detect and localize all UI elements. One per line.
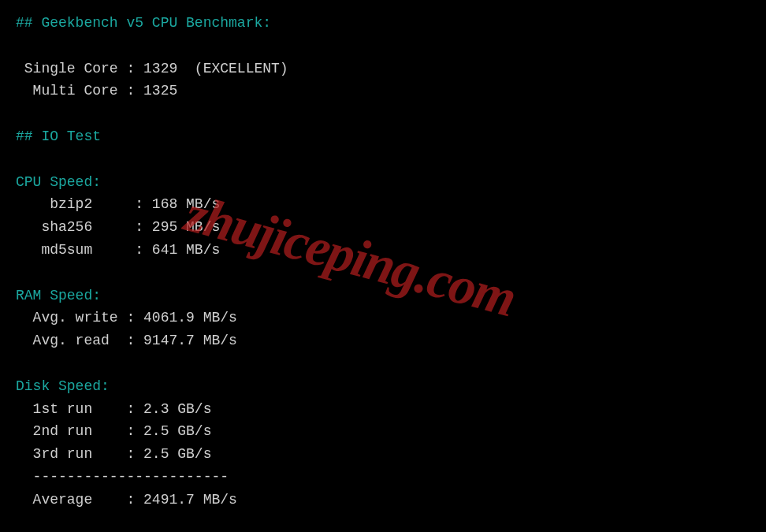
- multi-core-line: Multi Core : 1325: [16, 83, 177, 99]
- md5sum-line: md5sum : 641 MB/s: [16, 242, 220, 258]
- disk-run1-line: 1st run : 2.3 GB/s: [16, 401, 211, 417]
- geekbench-heading: ## Geekbench v5 CPU Benchmark:: [16, 15, 271, 31]
- disk-run3-line: 3rd run : 2.5 GB/s: [16, 446, 211, 462]
- ram-read-line: Avg. read : 9147.7 MB/s: [16, 333, 237, 348]
- sha256-line: sha256 : 295 MB/s: [16, 219, 220, 235]
- ram-speed-heading: RAM Speed:: [16, 288, 101, 303]
- single-core-line: Single Core : 1329 (EXCELLENT): [16, 61, 288, 76]
- bzip2-line: bzip2 : 168 MB/s: [16, 196, 220, 212]
- disk-average-line: Average : 2491.7 MB/s: [16, 492, 237, 508]
- iotest-heading: ## IO Test: [16, 128, 101, 144]
- terminal-output: ## Geekbench v5 CPU Benchmark: Single Co…: [16, 12, 750, 512]
- disk-run2-line: 2nd run : 2.5 GB/s: [16, 423, 211, 439]
- disk-divider-line: -----------------------: [16, 469, 229, 485]
- cpu-speed-heading: CPU Speed:: [16, 174, 101, 190]
- disk-speed-heading: Disk Speed:: [16, 378, 110, 394]
- ram-write-line: Avg. write : 4061.9 MB/s: [16, 310, 237, 326]
